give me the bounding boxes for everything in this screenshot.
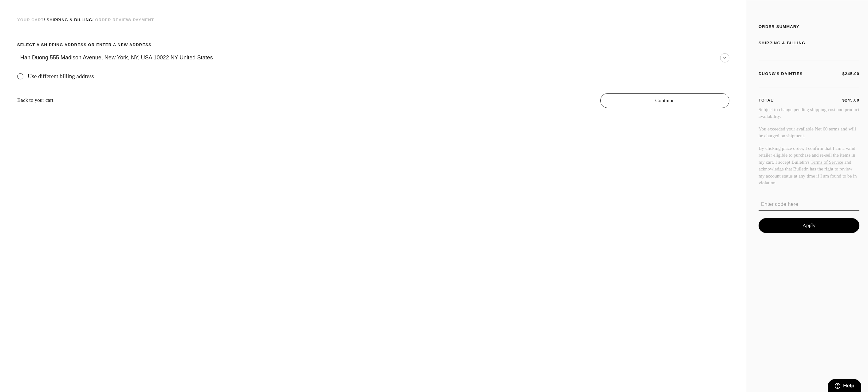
order-summary-sidebar: ORDER SUMMARY SHIPPING & BILLING DUONG'S… bbox=[747, 0, 868, 392]
vendor-amount: $245.00 bbox=[842, 72, 859, 76]
apply-button[interactable]: Apply bbox=[758, 218, 859, 233]
breadcrumb-payment: PAYMENT bbox=[133, 18, 154, 22]
continue-button[interactable]: Continue bbox=[600, 93, 730, 108]
different-billing-label: Use different billing address bbox=[28, 73, 94, 80]
breadcrumb-review: ORDER REVIEW bbox=[95, 18, 130, 22]
help-icon bbox=[835, 383, 841, 389]
breadcrumb-separator: / bbox=[130, 18, 133, 22]
breadcrumb-separator: / bbox=[44, 18, 46, 22]
promo-code-input[interactable] bbox=[758, 198, 859, 211]
help-widget[interactable]: Help bbox=[828, 379, 861, 392]
disclaimer-text: By clicking place order, I confirm that … bbox=[758, 145, 859, 187]
vendor-name: DUONG'S DAINTIES bbox=[758, 72, 803, 76]
note-shipping-change: Subject to change pending shipping cost … bbox=[758, 106, 859, 120]
note-net60: You exceeded your available Net 60 terms… bbox=[758, 125, 859, 139]
divider bbox=[758, 87, 859, 87]
svg-point-1 bbox=[837, 387, 838, 387]
terms-of-service-link[interactable]: Terms of Service bbox=[811, 159, 843, 165]
order-summary-step: SHIPPING & BILLING bbox=[758, 40, 859, 45]
order-summary-title: ORDER SUMMARY bbox=[758, 24, 859, 29]
breadcrumb: YOUR CART/ SHIPPING & BILLING/ ORDER REV… bbox=[17, 18, 730, 22]
breadcrumb-shipping: SHIPPING & BILLING bbox=[47, 18, 93, 22]
shipping-address-label: SELECT A SHIPPING ADDRESS OR ENTER A NEW… bbox=[17, 43, 730, 47]
breadcrumb-cart[interactable]: YOUR CART bbox=[17, 18, 44, 22]
total-amount: $245.00 bbox=[842, 98, 859, 103]
address-select-wrapper[interactable]: Han Duong 555 Madison Avenue, New York, … bbox=[17, 51, 730, 64]
divider bbox=[758, 61, 859, 61]
total-label: TOTAL: bbox=[758, 98, 775, 103]
address-select[interactable]: Han Duong 555 Madison Avenue, New York, … bbox=[17, 51, 730, 64]
help-label: Help bbox=[843, 383, 855, 389]
back-to-cart-link[interactable]: Back to your cart bbox=[17, 97, 54, 104]
radio-icon bbox=[17, 73, 23, 79]
different-billing-option[interactable]: Use different billing address bbox=[17, 73, 730, 80]
